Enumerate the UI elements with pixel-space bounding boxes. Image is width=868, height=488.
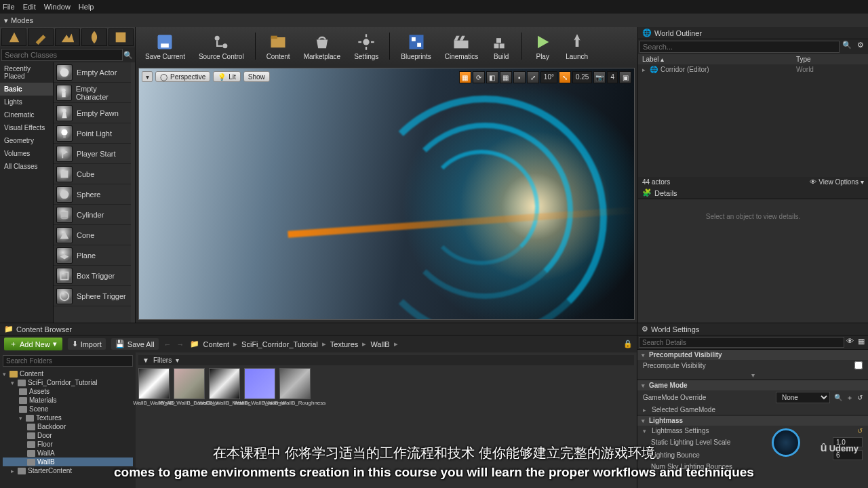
- item-cylinder[interactable]: Cylinder: [54, 205, 131, 225]
- snap-pos-icon[interactable]: ⤢: [527, 71, 539, 83]
- snap-grid-icon[interactable]: ▦: [459, 71, 471, 83]
- item-sphere-trigger[interactable]: Sphere Trigger: [54, 286, 131, 306]
- outliner-search-input[interactable]: [639, 41, 840, 53]
- bc-wallb[interactable]: WallB: [370, 340, 389, 348]
- mode-foliage-icon[interactable]: [81, 28, 106, 46]
- mode-geometry-icon[interactable]: [108, 28, 134, 46]
- world-outliner-tab[interactable]: 🌐World Outliner: [638, 27, 868, 39]
- tree-door[interactable]: Door: [3, 431, 133, 440]
- item-sphere[interactable]: Sphere: [54, 184, 131, 205]
- toolbar-build[interactable]: Build: [488, 31, 515, 62]
- section-precomputed[interactable]: ▾Precomputed Visibility: [637, 349, 868, 360]
- surface-snap-icon[interactable]: ◧: [486, 71, 498, 83]
- snap-rotate-icon[interactable]: ⟳: [473, 71, 485, 83]
- mode-paint-icon[interactable]: [28, 28, 53, 46]
- add-new-button[interactable]: ＋Add New ▾: [4, 338, 62, 350]
- item-point-light[interactable]: Point Light: [54, 123, 131, 144]
- world-settings-tab[interactable]: ⚙World Settings: [637, 323, 868, 336]
- matrix-icon[interactable]: ▦: [856, 337, 867, 348]
- cat-lights[interactable]: Lights: [0, 96, 53, 108]
- item-empty-character[interactable]: Empty Character: [54, 83, 131, 103]
- cat-visual-effects[interactable]: Visual Effects: [0, 121, 53, 134]
- toolbar-launch[interactable]: Launch: [561, 31, 592, 62]
- cat-volumes[interactable]: Volumes: [0, 147, 53, 160]
- history-back-icon[interactable]: ←: [164, 340, 172, 348]
- camera-speed-icon[interactable]: 📷: [593, 71, 606, 83]
- camera-speed-value[interactable]: 4: [607, 71, 618, 83]
- lock-icon[interactable]: 🔒: [623, 340, 633, 348]
- item-player-start[interactable]: Player Start: [54, 144, 131, 164]
- item-empty-pawn[interactable]: Empty Pawn: [54, 103, 131, 123]
- tree-content[interactable]: ▾Content: [3, 369, 133, 378]
- toolbar-marketplace[interactable]: Marketplace: [300, 31, 344, 62]
- toolbar-settings[interactable]: Settings: [350, 31, 382, 62]
- tree-scifi[interactable]: ▾SciFi_Corridor_Tutorial: [3, 378, 133, 387]
- bc-content[interactable]: Content: [203, 340, 230, 348]
- menu-help[interactable]: Help: [79, 3, 94, 11]
- expand-icon[interactable]: ▸: [642, 66, 646, 73]
- viewport-perspective-button[interactable]: ◯Perspective: [155, 71, 210, 82]
- outliner-row[interactable]: ▸ 🌐 Corridor (Editor) World: [642, 66, 864, 73]
- menu-window[interactable]: Window: [44, 3, 71, 11]
- tree-textures[interactable]: ▾Textures: [3, 413, 133, 422]
- bc-textures[interactable]: Textures: [330, 340, 359, 348]
- viewport-menu-icon[interactable]: ▾: [142, 71, 153, 82]
- reset-icon[interactable]: ↺: [857, 427, 863, 434]
- viewport-show-button[interactable]: Show: [243, 71, 270, 82]
- section-lightmass[interactable]: ▾Lightmass: [637, 415, 868, 426]
- snap-grid2-icon[interactable]: ▦: [500, 71, 512, 83]
- import-button[interactable]: ⬇Import: [68, 338, 106, 350]
- reset-icon[interactable]: ↺: [857, 394, 863, 401]
- eye-icon[interactable]: 👁: [844, 337, 856, 348]
- tree-backdoor[interactable]: Backdoor: [3, 422, 133, 431]
- add-icon[interactable]: ＋: [846, 393, 853, 403]
- view-options-button[interactable]: 👁View Options ▾: [810, 178, 864, 186]
- viewport-lit-button[interactable]: 💡Lit: [213, 71, 241, 82]
- cat-basic[interactable]: Basic: [0, 83, 53, 96]
- bc-project[interactable]: SciFi_Corridor_Tutorial: [241, 340, 318, 348]
- toolbar-source-control[interactable]: Source Control: [195, 31, 248, 62]
- item-plane[interactable]: Plane: [54, 245, 131, 266]
- menu-file[interactable]: File: [3, 3, 15, 11]
- item-empty-actor[interactable]: Empty Actor: [54, 62, 131, 83]
- snap-scale-icon[interactable]: ⤡: [559, 71, 571, 83]
- filters-bar[interactable]: ▼Filters ▾: [138, 355, 634, 365]
- gamemode-override-select[interactable]: None: [776, 392, 830, 403]
- prop-lightmass-settings[interactable]: ▾Lightmass Settings↺: [637, 426, 868, 436]
- snap-dot-icon[interactable]: ▪: [513, 71, 526, 83]
- search-icon[interactable]: 🔍: [840, 41, 854, 53]
- cat-all-classes[interactable]: All Classes: [0, 160, 53, 173]
- cat-geometry[interactable]: Geometry: [0, 134, 53, 147]
- filter-icon[interactable]: ⚙: [854, 41, 867, 53]
- mode-place-icon[interactable]: [1, 28, 26, 46]
- mode-landscape-icon[interactable]: [55, 28, 80, 46]
- toolbar-save[interactable]: Save Current: [141, 31, 189, 62]
- scrollbar[interactable]: [131, 62, 135, 323]
- col-label[interactable]: Label ▴: [642, 56, 796, 63]
- col-type[interactable]: Type: [796, 56, 864, 63]
- toolbar-blueprints[interactable]: Blueprints: [397, 31, 435, 62]
- history-fwd-icon[interactable]: →: [177, 340, 184, 348]
- section-gamemode[interactable]: ▾Game Mode: [637, 380, 868, 390]
- snap-angle-value[interactable]: 10°: [540, 71, 557, 83]
- tree-assets[interactable]: Assets: [3, 387, 133, 396]
- toolbar-content[interactable]: Content: [262, 31, 294, 62]
- item-box-trigger[interactable]: Box Trigger: [54, 266, 131, 286]
- cat-recently-placed[interactable]: Recently Placed: [0, 62, 53, 83]
- tree-scene[interactable]: Scene: [3, 405, 133, 413]
- maximize-icon[interactable]: ▣: [619, 71, 631, 83]
- asset-roughness[interactable]: WallB_WallB_Roughness: [279, 368, 311, 407]
- content-browser-tab[interactable]: 📁Content Browser: [0, 323, 637, 336]
- search-folders-input[interactable]: [3, 355, 133, 367]
- world-settings-search[interactable]: [639, 337, 844, 348]
- search-asset-icon[interactable]: 🔍: [834, 394, 842, 401]
- tree-materials[interactable]: Materials: [3, 396, 133, 405]
- snap-scale-value[interactable]: 0.25: [572, 71, 592, 83]
- search-classes-input[interactable]: [1, 49, 123, 61]
- precompute-visibility-checkbox[interactable]: [854, 361, 863, 369]
- details-tab[interactable]: 🧩Details: [638, 187, 868, 199]
- prop-selected-gamemode[interactable]: ▸Selected GameMode: [637, 405, 868, 415]
- cat-cinematic[interactable]: Cinematic: [0, 108, 53, 121]
- item-cone[interactable]: Cone: [54, 225, 131, 245]
- expand-more-icon[interactable]: ▾: [637, 371, 868, 380]
